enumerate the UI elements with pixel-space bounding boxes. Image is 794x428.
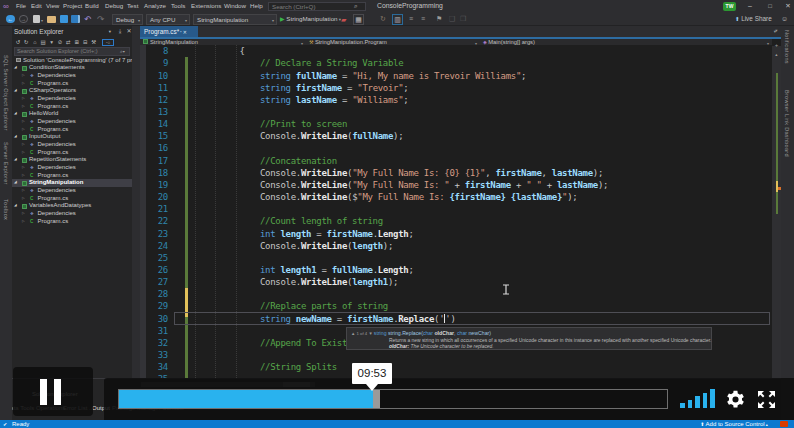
switch-views-icon[interactable]: ▤ bbox=[39, 38, 47, 47]
code-line-19[interactable]: 19 Console.WriteLine("My Full Name Is: "… bbox=[140, 179, 772, 191]
tree-item-dependencies[interactable]: ▷❖Dependencies bbox=[12, 164, 132, 172]
open-folder-icon[interactable] bbox=[47, 16, 56, 23]
code-line-17[interactable]: 17 //Concatenation bbox=[140, 155, 772, 167]
feedback-icon[interactable]: ☺ bbox=[781, 12, 792, 25]
hot-reload-icon[interactable]: ▰ bbox=[341, 15, 349, 24]
volume-bar-3[interactable] bbox=[695, 396, 700, 408]
volume-bar-5[interactable] bbox=[710, 389, 715, 408]
minimize-button[interactable]: – bbox=[744, 0, 756, 12]
new-file-icon[interactable] bbox=[33, 15, 40, 23]
progress-handle[interactable] bbox=[373, 390, 380, 408]
code-line-12[interactable]: 12 string lastName = "Williams"; bbox=[140, 94, 772, 106]
comment-icon[interactable]: ❑ bbox=[449, 15, 457, 25]
tree-item-dependencies[interactable]: ▷❖Dependencies bbox=[12, 72, 132, 80]
menu-test[interactable]: Test bbox=[127, 0, 138, 12]
tab-program-cs[interactable]: Program.cs* ▪ ✕ bbox=[140, 26, 198, 38]
code-line-24[interactable]: 24 Console.WriteLine(length); bbox=[140, 240, 772, 252]
tree-item-stringmanipulation[interactable]: ◢StringManipulation bbox=[12, 179, 132, 187]
code-line-15[interactable]: 15 Console.WriteLine(fullName); bbox=[140, 130, 772, 142]
solution-search-input[interactable]: Search Solution Explorer (Ctrl+;) bbox=[14, 47, 130, 56]
save-icon[interactable] bbox=[60, 15, 68, 23]
tree-item-helloworld[interactable]: ◢HelloWorld bbox=[12, 110, 132, 118]
volume-bar-4[interactable] bbox=[703, 393, 708, 408]
code-line-10[interactable]: 10 string fullName = "Hi, My name is Tre… bbox=[140, 70, 772, 82]
code-line-22[interactable]: 22 //Count length of string bbox=[140, 215, 772, 227]
window-layout-icon[interactable]: ▦ bbox=[353, 14, 364, 25]
maximize-button[interactable]: □ bbox=[764, 0, 776, 12]
code-line-27[interactable]: 27 Console.WriteLine(length1); bbox=[140, 276, 772, 288]
settings-gear-icon[interactable] bbox=[725, 389, 746, 410]
tree-item-dependencies[interactable]: ▷❖Dependencies bbox=[12, 187, 132, 195]
code-line-13[interactable]: 13 bbox=[140, 106, 772, 118]
menu-analyze[interactable]: Analyze bbox=[144, 0, 166, 12]
tree-item-program-cs[interactable]: ▷CProgram.cs bbox=[12, 149, 132, 157]
wrench-icon[interactable]: ⚒ bbox=[90, 38, 98, 47]
tree-item-program-cs[interactable]: ▷CProgram.cs bbox=[12, 172, 132, 180]
dock-tab-browser-link-dashboard[interactable]: Browser Link Dashboard bbox=[784, 90, 790, 157]
menu-window[interactable]: Window bbox=[224, 0, 246, 12]
indent-icon[interactable]: ≡ bbox=[409, 15, 417, 25]
dock-tab-toolbox[interactable]: Toolbox bbox=[3, 199, 9, 220]
redo-icon[interactable]: ↷ bbox=[97, 13, 107, 25]
undo-icon[interactable]: ↶ bbox=[84, 13, 94, 25]
code-line-11[interactable]: 11 string firstName = "Trevoir"; bbox=[140, 82, 772, 94]
step-icon[interactable]: ↻ bbox=[380, 15, 389, 25]
close-button[interactable]: ✕ bbox=[782, 0, 794, 12]
live-share-button[interactable]: ⬆ Live Share bbox=[735, 12, 772, 25]
tree-item-dependencies[interactable]: ▷❖Dependencies bbox=[12, 118, 132, 126]
refresh-icon[interactable]: ↻ bbox=[22, 38, 30, 47]
views-dropdown-icon[interactable]: ▾ bbox=[48, 38, 56, 47]
tree-item-conditionstatements[interactable]: ◢ConditionStatements bbox=[12, 64, 132, 72]
home-icon[interactable]: ⌂ bbox=[31, 38, 39, 47]
pin-tree-icon[interactable]: ⊞ bbox=[73, 38, 81, 47]
combo-stringmanipulation[interactable]: StringManipulation▾ bbox=[193, 14, 277, 25]
combo-any-cpu[interactable]: Any CPU▾ bbox=[146, 14, 190, 25]
outdent-icon[interactable]: ≡ bbox=[421, 15, 429, 25]
volume-bar-1[interactable] bbox=[680, 403, 685, 408]
scroll-up-icon[interactable]: ▴ bbox=[773, 52, 780, 58]
tree-item-dependencies[interactable]: ▷❖Dependencies bbox=[12, 141, 132, 149]
tree-item-repetitionstatements[interactable]: ◢RepetitionStatements bbox=[12, 156, 132, 164]
progress-track[interactable] bbox=[118, 389, 668, 409]
sync-icon[interactable]: ↺ bbox=[14, 38, 22, 47]
tree-item-program-cs[interactable]: ▷CProgram.cs bbox=[12, 218, 132, 226]
combo-debug[interactable]: Debug▾ bbox=[112, 14, 143, 25]
dock-tab-notifications[interactable]: Notifications bbox=[784, 30, 790, 64]
run-button[interactable]: ▶ StringManipulation ▾ bbox=[280, 14, 341, 25]
notification-flame-icon[interactable] bbox=[780, 421, 788, 428]
search-input[interactable]: Search (Ctrl+Q) bbox=[268, 2, 366, 11]
menu-edit[interactable]: Edit bbox=[31, 0, 42, 12]
code-line-33[interactable]: 33 bbox=[140, 349, 772, 361]
find-in-files-icon[interactable]: ▥ bbox=[392, 14, 403, 25]
bookmark-icon[interactable]: ⚑ bbox=[436, 15, 444, 25]
tree-item-program-cs[interactable]: ▷CProgram.cs bbox=[12, 80, 132, 88]
pin-icon[interactable]: ⤓ bbox=[116, 26, 124, 37]
tree-item-inputoutput[interactable]: ◢InputOutput bbox=[12, 133, 132, 141]
tree-item-dependencies[interactable]: ▷❖Dependencies bbox=[12, 210, 132, 218]
add-to-source-control[interactable]: ⬆ Add to Source Control ▴ bbox=[700, 420, 768, 428]
uncomment-icon[interactable]: ❐ bbox=[460, 15, 468, 25]
tree-item-csharpoperators[interactable]: ◢CSharpOperators bbox=[12, 87, 132, 95]
tree-item-program-cs[interactable]: ▷CProgram.cs bbox=[12, 103, 132, 111]
code-line-34[interactable]: 34 //String Splits bbox=[140, 361, 772, 373]
search-icon[interactable]: ⌕ bbox=[354, 1, 364, 11]
tree-item-dependencies[interactable]: ▷❖Dependencies bbox=[12, 95, 132, 103]
code-line-8[interactable]: 8 { bbox=[140, 45, 772, 57]
menu-tools[interactable]: Tools bbox=[171, 0, 185, 12]
menu-help[interactable]: Help bbox=[250, 0, 263, 12]
menu-build[interactable]: Build bbox=[85, 0, 99, 12]
code-line-18[interactable]: 18 Console.WriteLine("My Full Name Is: {… bbox=[140, 167, 772, 179]
panel-dropdown-icon[interactable]: ▾ bbox=[106, 26, 114, 37]
dock-tab-server-explorer[interactable]: Server Explorer bbox=[3, 142, 9, 185]
tree-root[interactable]: Solution 'ConsoleProgramming' (7 of 7 pr… bbox=[12, 57, 132, 65]
preview-selected-icon[interactable]: -○ bbox=[102, 39, 114, 47]
collapse-all-icon[interactable]: ⊘ bbox=[56, 38, 64, 47]
tree-item-program-cs[interactable]: ▷CProgram.cs bbox=[12, 126, 132, 134]
menu-view[interactable]: View bbox=[46, 0, 59, 12]
tree-item-variablesanddatatypes[interactable]: ◢VariablesAndDatatypes bbox=[12, 202, 132, 210]
code-line-16[interactable]: 16 bbox=[140, 142, 772, 154]
code-line-29[interactable]: 29 //Replace parts of string bbox=[140, 300, 772, 312]
pause-button[interactable] bbox=[13, 367, 93, 416]
sync-active-icon[interactable]: ⇄ bbox=[64, 38, 72, 47]
code-line-14[interactable]: 14 //Print to screen bbox=[140, 118, 772, 130]
